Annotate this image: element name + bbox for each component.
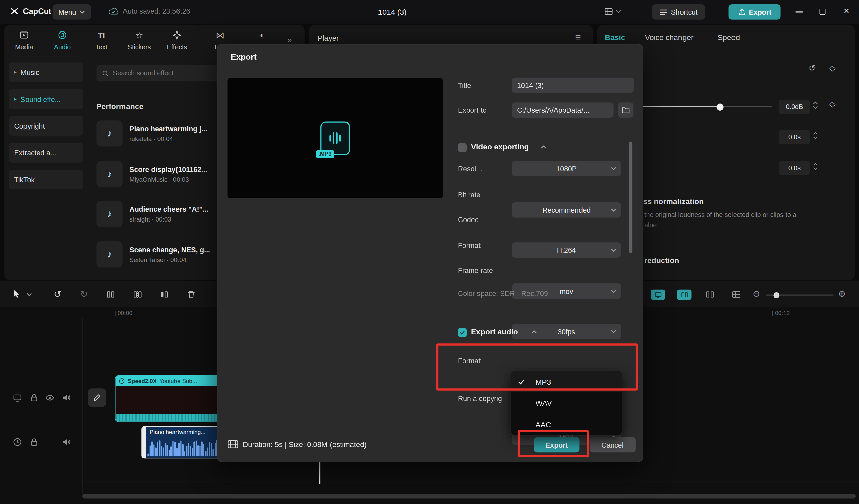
keyframe-diamond-icon[interactable]: ◇ (829, 63, 835, 72)
layout-grid-icon (604, 7, 613, 16)
media-icon (20, 30, 29, 41)
split-playhead-icon[interactable] (133, 290, 142, 299)
select-value: H.264 (557, 246, 576, 254)
export-audio-checkbox[interactable] (458, 328, 467, 337)
player-menu-icon[interactable]: ≡ (575, 32, 581, 43)
fade-out-value[interactable]: 0.0s (779, 161, 810, 175)
step-up-icon (813, 132, 818, 135)
close-button[interactable]: × (844, 6, 849, 17)
bitrate-select[interactable]: Recommended (512, 202, 621, 218)
horizontal-scrollbar[interactable] (82, 494, 856, 498)
zoom-in-icon[interactable]: ⊕ (838, 288, 846, 299)
export-button-topbar[interactable]: Export (728, 4, 781, 20)
shortcut-button[interactable]: Shortcut (652, 4, 705, 20)
menu-option-wav[interactable]: WAV (511, 392, 622, 414)
framerate-label: Frame rate (458, 266, 493, 274)
cursor-chevron-down-icon[interactable] (26, 293, 32, 296)
normalization-description: the original loudness of the selected cl… (644, 211, 796, 219)
export-preview: .MP3 (227, 78, 443, 198)
edit-clip-button[interactable] (88, 389, 106, 407)
tab-media[interactable]: Media (9, 30, 39, 51)
sidebar-item-label: Sound effe... (20, 95, 61, 103)
tab-text[interactable]: TI Text (86, 30, 117, 51)
export-path-input[interactable] (512, 102, 614, 117)
tab-audio[interactable]: Audio (47, 30, 77, 51)
export-label: Export (749, 8, 771, 16)
select-cursor-icon[interactable] (12, 289, 21, 298)
fade-in-value[interactable]: 0.0s (779, 130, 810, 144)
framerate-select[interactable]: 30fps (512, 324, 621, 340)
dialog-title: Export (230, 52, 257, 61)
split-right-icon[interactable] (160, 290, 169, 299)
eye-icon[interactable] (46, 393, 54, 402)
sidebar-item-copyright[interactable]: Copyright (9, 116, 83, 136)
film-icon (227, 439, 239, 449)
resolution-select[interactable]: 1080P (512, 161, 621, 176)
layout-switch-button[interactable] (604, 7, 621, 16)
tab-label: Audio (54, 43, 71, 51)
tab-speed[interactable]: Speed (718, 33, 740, 42)
speaker-icon[interactable] (62, 393, 71, 402)
minimize-button[interactable] (796, 11, 803, 12)
tab-voice-changer[interactable]: Voice changer (645, 33, 694, 42)
sidebar-item-tiktok[interactable]: TikTok (9, 170, 83, 189)
shortcut-icon (659, 9, 667, 15)
sidebar-item-label: Copyright (14, 122, 45, 130)
title-input[interactable] (512, 78, 634, 93)
fade-out-stepper[interactable] (813, 162, 818, 170)
volume-value[interactable]: 0.0dB (779, 99, 810, 114)
sound-title: Audience cheers "A!"... (129, 205, 208, 213)
autosave-text: Auto saved: 23:56:26 (123, 7, 190, 15)
dialog-scrollbar[interactable] (630, 142, 632, 253)
cancel-button[interactable]: Cancel (590, 437, 635, 453)
app-name: CapCut (23, 7, 51, 15)
lock-icon[interactable] (30, 438, 38, 446)
fade-in-stepper[interactable] (813, 132, 818, 139)
link-clips-icon[interactable] (706, 290, 714, 299)
lock-icon[interactable] (30, 393, 38, 402)
sidebar-item-sound-effects[interactable]: ▸ Sound effe... (9, 89, 83, 109)
select-value: Recommended (542, 206, 590, 214)
menu-button[interactable]: Menu (53, 4, 91, 20)
tab-stickers[interactable]: ☆ Stickers (124, 30, 154, 51)
codec-select[interactable]: H.264 (512, 242, 621, 258)
tab-effects[interactable]: Effects (162, 30, 192, 51)
speaker-icon[interactable] (62, 438, 71, 446)
delete-icon[interactable] (187, 290, 196, 299)
video-exporting-checkbox[interactable] (458, 143, 467, 152)
auto-snapping-icon[interactable] (677, 289, 691, 300)
capcut-logo: CapCut (10, 7, 51, 16)
keyframe-diamond-icon[interactable]: ◇ (829, 99, 835, 108)
player-title: Player (318, 34, 338, 42)
title-field[interactable] (512, 78, 634, 93)
reset-icon[interactable]: ↺ (809, 63, 816, 73)
zoom-slider-handle[interactable] (773, 292, 780, 298)
clock-icon[interactable] (13, 438, 22, 446)
undo-icon[interactable]: ↺ (54, 288, 61, 300)
zoom-out-icon[interactable]: ⊖ (753, 288, 760, 299)
clip-trim-handle[interactable] (142, 427, 146, 458)
sidebar-item-extracted-audio[interactable]: Extracted a... (9, 143, 83, 162)
export-path-field[interactable] (512, 102, 614, 117)
track-preview-icon[interactable] (13, 393, 22, 402)
sidebar-item-music[interactable]: ▸ Music (9, 62, 83, 82)
more-tabs-chevron[interactable]: » (287, 35, 292, 44)
track-header-divider (82, 318, 83, 493)
volume-slider-handle[interactable] (717, 103, 724, 110)
music-note-icon: ♪ (96, 241, 122, 267)
tab-filters[interactable]: ◐ (247, 30, 277, 43)
cover-icon[interactable] (732, 290, 741, 299)
redo-icon[interactable]: ↻ (80, 288, 88, 300)
tab-basic[interactable]: Basic (605, 33, 626, 42)
volume-stepper[interactable] (813, 101, 818, 109)
collapse-chevron-up-icon[interactable] (531, 330, 537, 334)
video-clip-title: Youtube Sub... (160, 378, 197, 384)
copyright-check-text[interactable]: Run a copyrig (458, 394, 502, 403)
maximize-button[interactable] (820, 9, 826, 15)
chevron-down-icon (611, 248, 616, 252)
caret-right-icon: ▸ (14, 69, 16, 75)
preview-axis-icon[interactable] (651, 289, 665, 300)
split-left-icon[interactable] (106, 290, 115, 299)
browse-folder-button[interactable] (618, 102, 633, 117)
collapse-chevron-up-icon[interactable] (541, 145, 546, 149)
